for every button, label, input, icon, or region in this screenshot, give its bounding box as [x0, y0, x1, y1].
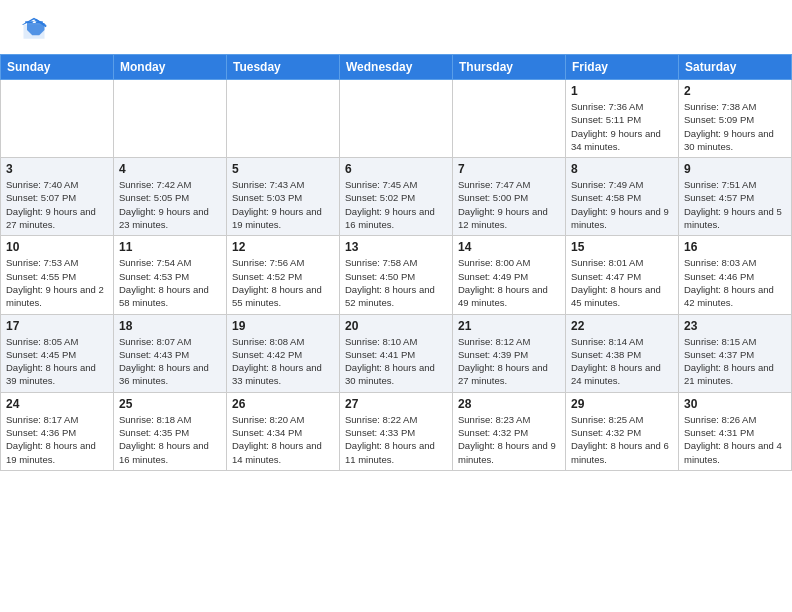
- calendar-cell: 28Sunrise: 8:23 AM Sunset: 4:32 PM Dayli…: [453, 392, 566, 470]
- calendar-cell: 25Sunrise: 8:18 AM Sunset: 4:35 PM Dayli…: [114, 392, 227, 470]
- day-number: 27: [345, 397, 447, 411]
- calendar-cell: 16Sunrise: 8:03 AM Sunset: 4:46 PM Dayli…: [679, 236, 792, 314]
- day-number: 25: [119, 397, 221, 411]
- day-info: Sunrise: 7:54 AM Sunset: 4:53 PM Dayligh…: [119, 256, 221, 309]
- day-number: 23: [684, 319, 786, 333]
- calendar-cell: 27Sunrise: 8:22 AM Sunset: 4:33 PM Dayli…: [340, 392, 453, 470]
- day-info: Sunrise: 8:05 AM Sunset: 4:45 PM Dayligh…: [6, 335, 108, 388]
- day-number: 30: [684, 397, 786, 411]
- day-info: Sunrise: 7:45 AM Sunset: 5:02 PM Dayligh…: [345, 178, 447, 231]
- day-info: Sunrise: 7:43 AM Sunset: 5:03 PM Dayligh…: [232, 178, 334, 231]
- calendar-cell: [340, 80, 453, 158]
- day-number: 21: [458, 319, 560, 333]
- day-info: Sunrise: 8:23 AM Sunset: 4:32 PM Dayligh…: [458, 413, 560, 466]
- logo: [20, 16, 52, 44]
- calendar-cell: 9Sunrise: 7:51 AM Sunset: 4:57 PM Daylig…: [679, 158, 792, 236]
- calendar-cell: 6Sunrise: 7:45 AM Sunset: 5:02 PM Daylig…: [340, 158, 453, 236]
- calendar-cell: 14Sunrise: 8:00 AM Sunset: 4:49 PM Dayli…: [453, 236, 566, 314]
- day-info: Sunrise: 7:49 AM Sunset: 4:58 PM Dayligh…: [571, 178, 673, 231]
- day-number: 22: [571, 319, 673, 333]
- day-number: 29: [571, 397, 673, 411]
- day-info: Sunrise: 8:17 AM Sunset: 4:36 PM Dayligh…: [6, 413, 108, 466]
- day-info: Sunrise: 8:26 AM Sunset: 4:31 PM Dayligh…: [684, 413, 786, 466]
- day-info: Sunrise: 8:18 AM Sunset: 4:35 PM Dayligh…: [119, 413, 221, 466]
- day-number: 18: [119, 319, 221, 333]
- day-info: Sunrise: 8:00 AM Sunset: 4:49 PM Dayligh…: [458, 256, 560, 309]
- calendar-cell: [453, 80, 566, 158]
- day-info: Sunrise: 8:20 AM Sunset: 4:34 PM Dayligh…: [232, 413, 334, 466]
- day-info: Sunrise: 8:07 AM Sunset: 4:43 PM Dayligh…: [119, 335, 221, 388]
- calendar-cell: 21Sunrise: 8:12 AM Sunset: 4:39 PM Dayli…: [453, 314, 566, 392]
- calendar-cell: 23Sunrise: 8:15 AM Sunset: 4:37 PM Dayli…: [679, 314, 792, 392]
- day-info: Sunrise: 8:03 AM Sunset: 4:46 PM Dayligh…: [684, 256, 786, 309]
- calendar-cell: 4Sunrise: 7:42 AM Sunset: 5:05 PM Daylig…: [114, 158, 227, 236]
- week-row-2: 3Sunrise: 7:40 AM Sunset: 5:07 PM Daylig…: [1, 158, 792, 236]
- weekday-saturday: Saturday: [679, 55, 792, 80]
- day-info: Sunrise: 8:12 AM Sunset: 4:39 PM Dayligh…: [458, 335, 560, 388]
- day-number: 7: [458, 162, 560, 176]
- day-number: 20: [345, 319, 447, 333]
- day-info: Sunrise: 7:36 AM Sunset: 5:11 PM Dayligh…: [571, 100, 673, 153]
- calendar-cell: 19Sunrise: 8:08 AM Sunset: 4:42 PM Dayli…: [227, 314, 340, 392]
- day-number: 6: [345, 162, 447, 176]
- day-number: 3: [6, 162, 108, 176]
- day-number: 1: [571, 84, 673, 98]
- week-row-1: 1Sunrise: 7:36 AM Sunset: 5:11 PM Daylig…: [1, 80, 792, 158]
- day-info: Sunrise: 8:22 AM Sunset: 4:33 PM Dayligh…: [345, 413, 447, 466]
- calendar-cell: 1Sunrise: 7:36 AM Sunset: 5:11 PM Daylig…: [566, 80, 679, 158]
- day-number: 8: [571, 162, 673, 176]
- calendar-cell: [114, 80, 227, 158]
- calendar-cell: 20Sunrise: 8:10 AM Sunset: 4:41 PM Dayli…: [340, 314, 453, 392]
- calendar-cell: 10Sunrise: 7:53 AM Sunset: 4:55 PM Dayli…: [1, 236, 114, 314]
- calendar-cell: 12Sunrise: 7:56 AM Sunset: 4:52 PM Dayli…: [227, 236, 340, 314]
- calendar-cell: 30Sunrise: 8:26 AM Sunset: 4:31 PM Dayli…: [679, 392, 792, 470]
- day-info: Sunrise: 8:08 AM Sunset: 4:42 PM Dayligh…: [232, 335, 334, 388]
- day-number: 15: [571, 240, 673, 254]
- day-number: 19: [232, 319, 334, 333]
- day-number: 28: [458, 397, 560, 411]
- day-number: 14: [458, 240, 560, 254]
- calendar-cell: 17Sunrise: 8:05 AM Sunset: 4:45 PM Dayli…: [1, 314, 114, 392]
- day-info: Sunrise: 7:51 AM Sunset: 4:57 PM Dayligh…: [684, 178, 786, 231]
- day-number: 11: [119, 240, 221, 254]
- calendar-cell: 26Sunrise: 8:20 AM Sunset: 4:34 PM Dayli…: [227, 392, 340, 470]
- calendar-cell: 7Sunrise: 7:47 AM Sunset: 5:00 PM Daylig…: [453, 158, 566, 236]
- calendar-cell: 18Sunrise: 8:07 AM Sunset: 4:43 PM Dayli…: [114, 314, 227, 392]
- weekday-tuesday: Tuesday: [227, 55, 340, 80]
- calendar-cell: [227, 80, 340, 158]
- day-number: 5: [232, 162, 334, 176]
- day-info: Sunrise: 8:15 AM Sunset: 4:37 PM Dayligh…: [684, 335, 786, 388]
- calendar-cell: 15Sunrise: 8:01 AM Sunset: 4:47 PM Dayli…: [566, 236, 679, 314]
- weekday-wednesday: Wednesday: [340, 55, 453, 80]
- logo-icon: [20, 16, 48, 44]
- day-number: 2: [684, 84, 786, 98]
- day-number: 13: [345, 240, 447, 254]
- day-info: Sunrise: 7:40 AM Sunset: 5:07 PM Dayligh…: [6, 178, 108, 231]
- calendar-cell: 8Sunrise: 7:49 AM Sunset: 4:58 PM Daylig…: [566, 158, 679, 236]
- day-info: Sunrise: 7:58 AM Sunset: 4:50 PM Dayligh…: [345, 256, 447, 309]
- calendar-header: SundayMondayTuesdayWednesdayThursdayFrid…: [1, 55, 792, 80]
- calendar-cell: [1, 80, 114, 158]
- week-row-5: 24Sunrise: 8:17 AM Sunset: 4:36 PM Dayli…: [1, 392, 792, 470]
- calendar-body: 1Sunrise: 7:36 AM Sunset: 5:11 PM Daylig…: [1, 80, 792, 471]
- calendar-cell: 11Sunrise: 7:54 AM Sunset: 4:53 PM Dayli…: [114, 236, 227, 314]
- week-row-4: 17Sunrise: 8:05 AM Sunset: 4:45 PM Dayli…: [1, 314, 792, 392]
- day-info: Sunrise: 8:25 AM Sunset: 4:32 PM Dayligh…: [571, 413, 673, 466]
- day-info: Sunrise: 7:38 AM Sunset: 5:09 PM Dayligh…: [684, 100, 786, 153]
- day-number: 10: [6, 240, 108, 254]
- day-number: 4: [119, 162, 221, 176]
- day-info: Sunrise: 7:56 AM Sunset: 4:52 PM Dayligh…: [232, 256, 334, 309]
- weekday-sunday: Sunday: [1, 55, 114, 80]
- weekday-monday: Monday: [114, 55, 227, 80]
- day-number: 26: [232, 397, 334, 411]
- calendar-cell: 2Sunrise: 7:38 AM Sunset: 5:09 PM Daylig…: [679, 80, 792, 158]
- calendar-cell: 24Sunrise: 8:17 AM Sunset: 4:36 PM Dayli…: [1, 392, 114, 470]
- week-row-3: 10Sunrise: 7:53 AM Sunset: 4:55 PM Dayli…: [1, 236, 792, 314]
- day-info: Sunrise: 8:01 AM Sunset: 4:47 PM Dayligh…: [571, 256, 673, 309]
- day-info: Sunrise: 7:53 AM Sunset: 4:55 PM Dayligh…: [6, 256, 108, 309]
- calendar-cell: 29Sunrise: 8:25 AM Sunset: 4:32 PM Dayli…: [566, 392, 679, 470]
- day-number: 16: [684, 240, 786, 254]
- day-info: Sunrise: 7:42 AM Sunset: 5:05 PM Dayligh…: [119, 178, 221, 231]
- calendar-cell: 5Sunrise: 7:43 AM Sunset: 5:03 PM Daylig…: [227, 158, 340, 236]
- day-number: 9: [684, 162, 786, 176]
